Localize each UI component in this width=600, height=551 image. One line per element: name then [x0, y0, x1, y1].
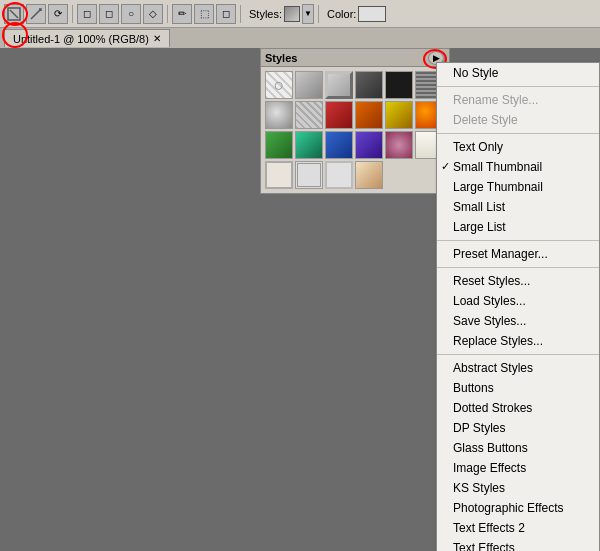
- color-label: Color:: [327, 8, 356, 20]
- swatch-14[interactable]: [325, 131, 353, 159]
- styles-panel: Styles ▶ ○: [260, 48, 450, 194]
- swatch-9[interactable]: [355, 101, 383, 129]
- swatch-15[interactable]: [355, 131, 383, 159]
- menu-small-list[interactable]: Small List: [437, 197, 599, 217]
- menu-load-styles[interactable]: Load Styles...: [437, 291, 599, 311]
- swatch-8[interactable]: [325, 101, 353, 129]
- menu-no-style[interactable]: No Style: [437, 63, 599, 83]
- tool-icon-5[interactable]: ◻: [99, 4, 119, 24]
- tool-icon-6[interactable]: ○: [121, 4, 141, 24]
- swatch-16[interactable]: [385, 131, 413, 159]
- menu-glass-buttons[interactable]: Glass Buttons: [437, 438, 599, 458]
- styles-label: Styles:: [249, 8, 282, 20]
- styles-grid: ○: [261, 67, 449, 193]
- menu-save-styles[interactable]: Save Styles...: [437, 311, 599, 331]
- menu-rename-style: Rename Style...: [437, 90, 599, 110]
- styles-row-1: ○: [265, 71, 445, 99]
- swatch-6[interactable]: [265, 101, 293, 129]
- menu-text-effects-2[interactable]: Text Effects 2: [437, 518, 599, 538]
- styles-panel-header: Styles ▶: [261, 49, 449, 67]
- menu-reset-styles[interactable]: Reset Styles...: [437, 271, 599, 291]
- tab-bar: Untitled-1 @ 100% (RGB/8) ✕: [0, 28, 600, 48]
- swatch-2[interactable]: [325, 71, 353, 99]
- tool-icon-9[interactable]: ⬚: [194, 4, 214, 24]
- styles-dropdown-btn[interactable]: ▼: [302, 4, 314, 24]
- sep-1: [72, 5, 73, 23]
- menu-dp-styles[interactable]: DP Styles: [437, 418, 599, 438]
- swatch-20[interactable]: [325, 161, 353, 189]
- styles-row-2: [265, 101, 445, 129]
- swatch-18[interactable]: [265, 161, 293, 189]
- menu-large-list[interactable]: Large List: [437, 217, 599, 237]
- sep-2: [167, 5, 168, 23]
- sep-menu-4: [437, 267, 599, 268]
- swatch-21[interactable]: [355, 161, 383, 189]
- menu-ks-styles[interactable]: KS Styles: [437, 478, 599, 498]
- styles-swatch[interactable]: [284, 6, 300, 22]
- menu-abstract-styles[interactable]: Abstract Styles: [437, 358, 599, 378]
- tool-icon-2[interactable]: [26, 4, 46, 24]
- sep-menu-3: [437, 240, 599, 241]
- swatch-7[interactable]: [295, 101, 323, 129]
- dropdown-menu: No Style Rename Style... Delete Style Te…: [436, 62, 600, 551]
- svg-line-1: [10, 10, 18, 18]
- canvas-area: Styles ▶ ○: [0, 48, 600, 551]
- sep-3: [240, 5, 241, 23]
- swatch-12[interactable]: [265, 131, 293, 159]
- menu-replace-styles[interactable]: Replace Styles...: [437, 331, 599, 351]
- toolbar: ⟳ ◻ ◻ ○ ◇ ✏ ⬚ ◻ Styles: ▼ Color:: [0, 0, 600, 28]
- swatch-4[interactable]: [385, 71, 413, 99]
- tool-icon-1[interactable]: [4, 4, 24, 24]
- swatch-0[interactable]: ○: [265, 71, 293, 99]
- menu-photographic-effects[interactable]: Photographic Effects: [437, 498, 599, 518]
- swatch-10[interactable]: [385, 101, 413, 129]
- sep-4: [318, 5, 319, 23]
- sep-menu-2: [437, 133, 599, 134]
- tool-icon-3[interactable]: ⟳: [48, 4, 68, 24]
- styles-row-4: [265, 161, 445, 189]
- menu-buttons[interactable]: Buttons: [437, 378, 599, 398]
- tab-close[interactable]: ✕: [153, 33, 161, 44]
- menu-preset-manager[interactable]: Preset Manager...: [437, 244, 599, 264]
- sep-menu-1: [437, 86, 599, 87]
- sep-menu-5: [437, 354, 599, 355]
- menu-image-effects[interactable]: Image Effects: [437, 458, 599, 478]
- canvas-tab[interactable]: Untitled-1 @ 100% (RGB/8) ✕: [4, 29, 170, 47]
- color-swatch[interactable]: [358, 6, 386, 22]
- tool-icon-8[interactable]: ✏: [172, 4, 192, 24]
- menu-small-thumbnail[interactable]: Small Thumbnail: [437, 157, 599, 177]
- swatch-1[interactable]: [295, 71, 323, 99]
- menu-dotted-strokes[interactable]: Dotted Strokes: [437, 398, 599, 418]
- tool-icon-4[interactable]: ◻: [77, 4, 97, 24]
- styles-panel-title: Styles: [265, 52, 297, 64]
- menu-delete-style: Delete Style: [437, 110, 599, 130]
- styles-row-3: [265, 131, 445, 159]
- menu-large-thumbnail[interactable]: Large Thumbnail: [437, 177, 599, 197]
- menu-text-only[interactable]: Text Only: [437, 137, 599, 157]
- swatch-3[interactable]: [355, 71, 383, 99]
- tool-icon-7[interactable]: ◇: [143, 4, 163, 24]
- swatch-13[interactable]: [295, 131, 323, 159]
- swatch-19[interactable]: [295, 161, 323, 189]
- tool-icon-10[interactable]: ◻: [216, 4, 236, 24]
- menu-text-effects[interactable]: Text Effects: [437, 538, 599, 551]
